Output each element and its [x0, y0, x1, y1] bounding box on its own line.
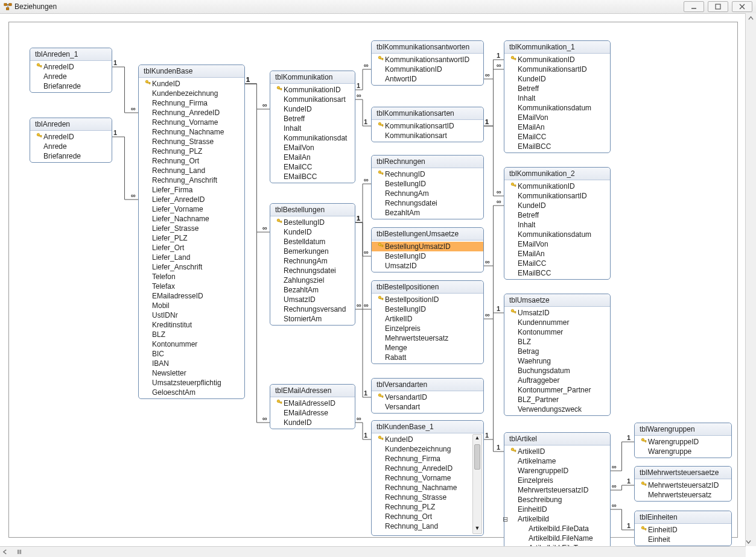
field-row[interactable]: Einzelpreis — [372, 324, 483, 333]
field-row[interactable]: ArtikelID — [504, 447, 610, 456]
field-row[interactable]: Briefanrede — [30, 81, 112, 91]
table-header[interactable]: tblBestellungenUmsaetze — [372, 228, 483, 241]
field-row[interactable]: BezahltAm — [372, 208, 483, 218]
table-header[interactable]: tblKommunikation — [270, 71, 355, 84]
field-row[interactable]: Telefon — [139, 272, 244, 282]
field-row[interactable]: KommunikationsartID — [504, 65, 610, 74]
field-row[interactable]: Kontonummer_Partner — [504, 385, 610, 395]
field-row[interactable]: Einzelpreis — [504, 476, 610, 485]
field-row[interactable]: Liefer_Nachname — [139, 214, 244, 224]
field-row[interactable]: UstIDNr — [139, 310, 244, 320]
field-row[interactable]: Auftraggeber — [504, 376, 610, 385]
field-row[interactable]: BIC — [139, 349, 244, 359]
table-header[interactable]: tblWarengruppen — [635, 423, 731, 436]
table-header[interactable]: tblVersandarten — [372, 379, 483, 391]
field-row[interactable]: Rechnung_Vorname — [372, 473, 483, 483]
table-tblEMailAdressen[interactable]: tblEMailAdressenEMailAdresseIDEMailAdres… — [270, 384, 355, 429]
field-row[interactable]: Rechnung_Ort — [372, 512, 483, 521]
field-row[interactable]: BestellungID — [372, 304, 483, 314]
maximize-button[interactable] — [708, 1, 728, 12]
field-row[interactable]: ⊟Artikelbild — [504, 514, 610, 524]
field-row[interactable]: EinheitID — [635, 525, 731, 535]
expand-collapse-icon[interactable]: ⊟ — [502, 514, 508, 524]
field-row[interactable]: Rechnung_Anschrift — [139, 175, 244, 185]
field-row[interactable]: BestellungID — [372, 251, 483, 261]
table-tblKommunikation[interactable]: tblKommunikationKommunikationIDKommunika… — [270, 71, 355, 183]
field-row[interactable]: Kundenbezeichnung — [139, 89, 244, 98]
field-row[interactable]: EMailAdresse — [270, 408, 355, 418]
field-row[interactable]: EMailCC — [504, 259, 610, 268]
field-row[interactable]: Artikelname — [504, 456, 610, 466]
field-row[interactable]: AnredeID — [30, 62, 112, 72]
field-row[interactable]: GeloeschtAm — [139, 388, 244, 397]
field-row[interactable]: Briefanrede — [30, 151, 112, 161]
table-header[interactable]: tblUmsaetze — [504, 294, 610, 307]
field-row[interactable]: Artikelbild.FileName — [504, 533, 610, 543]
field-row[interactable]: EMailAdresseID — [270, 398, 355, 408]
field-row[interactable]: BestellungUmsatzID — [372, 242, 483, 251]
field-row[interactable]: Betreff — [504, 210, 610, 220]
table-tblKommAntworten[interactable]: tblKommunikationsantwortenKommunikations… — [371, 40, 484, 86]
close-button[interactable] — [732, 1, 752, 12]
field-row[interactable]: EMailAn — [504, 122, 610, 132]
field-row[interactable]: BLZ_Partner — [504, 395, 610, 404]
field-row[interactable]: Kreditinstitut — [139, 320, 244, 330]
field-row[interactable]: Rechnungsdatei — [270, 266, 355, 275]
field-row[interactable]: Inhalt — [504, 220, 610, 230]
table-tblAnreden[interactable]: tblAnredenAnredeIDAnredeBriefanrede — [30, 118, 112, 163]
field-row[interactable]: IBAN — [139, 359, 244, 368]
field-row[interactable]: Anrede — [30, 142, 112, 151]
field-row[interactable]: Kontonummer — [139, 339, 244, 349]
scroll-down-icon[interactable] — [746, 537, 751, 546]
field-row[interactable]: Liefer_Vorname — [139, 204, 244, 214]
scroll-up-icon[interactable] — [746, 13, 756, 23]
field-row[interactable]: EMailVon — [270, 143, 355, 153]
field-row[interactable]: StorniertAm — [270, 314, 355, 324]
field-row[interactable]: Artikelbild.FileData — [504, 524, 610, 533]
table-tblKundenBase[interactable]: tblKundenBaseKundeIDKundenbezeichnungRec… — [138, 65, 245, 399]
field-row[interactable]: WarengruppeID — [635, 437, 731, 447]
field-row[interactable]: Versandart — [372, 402, 483, 412]
field-row[interactable]: Kundenbezeichnung — [372, 444, 483, 454]
field-row[interactable]: EMailVon — [504, 239, 610, 249]
field-row[interactable]: Verwendungszweck — [504, 404, 610, 414]
table-tblVersandarten[interactable]: tblVersandartenVersandartIDVersandart — [371, 378, 484, 414]
table-tblEinheiten[interactable]: tblEinheitenEinheitIDEinheit — [634, 511, 732, 546]
field-row[interactable]: BLZ — [139, 330, 244, 339]
field-row[interactable]: VersandartID — [372, 392, 483, 402]
table-tblAnreden_1[interactable]: tblAnreden_1AnredeIDAnredeBriefanrede — [30, 48, 112, 93]
table-tblWarengruppen[interactable]: tblWarengruppenWarengruppeIDWarengruppe — [634, 423, 732, 458]
scroll-right-icon[interactable] — [14, 547, 24, 557]
field-row[interactable]: Kundennummer — [504, 318, 610, 327]
minimize-button[interactable] — [684, 1, 704, 12]
field-row[interactable]: Kommunikationsdat — [270, 133, 355, 143]
field-row[interactable]: UmsatzID — [372, 261, 483, 271]
field-row[interactable]: Liefer_PLZ — [139, 233, 244, 243]
table-header[interactable]: tblAnreden_1 — [30, 48, 112, 61]
field-row[interactable]: Mehrwertsteuersatz — [372, 333, 483, 343]
field-row[interactable]: Menge — [372, 343, 483, 353]
table-header[interactable]: tblKundenBase — [139, 65, 244, 78]
table-header[interactable]: tblBestellungen — [270, 204, 355, 216]
table-tblBestellungen[interactable]: tblBestellungenBestellungIDKundeIDBestel… — [270, 203, 355, 326]
field-row[interactable]: KundeID — [372, 435, 483, 444]
field-row[interactable]: Rechnung_AnredeID — [139, 108, 244, 118]
field-row[interactable]: KommunikationID — [372, 65, 483, 74]
field-row[interactable]: Einheit — [635, 535, 731, 544]
field-row[interactable]: Kommunikationsart — [270, 95, 355, 104]
field-row[interactable]: KommunikationsartID — [372, 121, 483, 131]
field-row[interactable]: Rechnung_Ort — [139, 156, 244, 166]
field-row[interactable]: EMailVon — [504, 113, 610, 122]
field-row[interactable]: Betrag — [504, 347, 610, 356]
field-row[interactable]: Kommunikationsart — [372, 131, 483, 140]
table-header[interactable]: tblEinheiten — [635, 511, 731, 524]
field-row[interactable]: EMailadresseID — [139, 291, 244, 301]
field-row[interactable]: Betreff — [270, 114, 355, 124]
field-row[interactable]: KommunikationsantwortID — [372, 55, 483, 65]
table-header[interactable]: tblKommunikationsantworten — [372, 41, 483, 54]
field-row[interactable]: Rechnung_Land — [139, 166, 244, 175]
scroll-left-icon[interactable] — [0, 547, 10, 557]
field-row[interactable]: Rechnung_Nachname — [372, 483, 483, 492]
table-tblBestellungenUmsaetze[interactable]: tblBestellungenUmsaetzeBestellungUmsatzI… — [371, 227, 484, 272]
field-row[interactable]: Rechnung_Land — [372, 521, 483, 531]
